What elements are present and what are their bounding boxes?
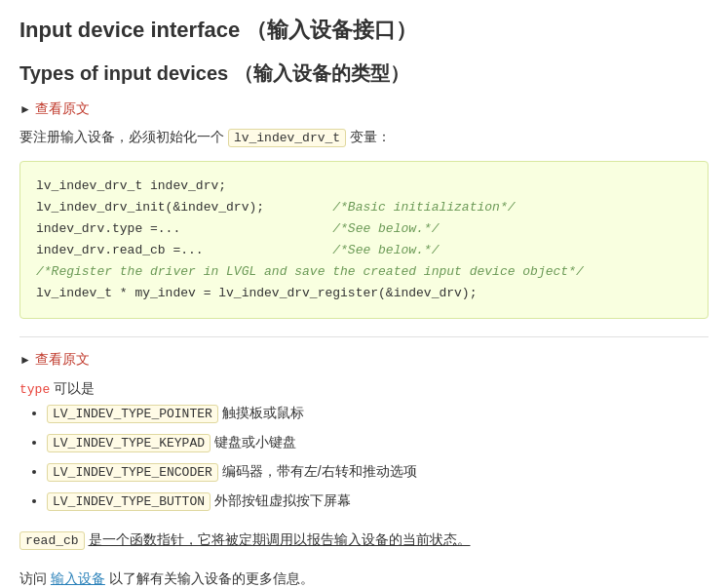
arrow-icon-2: ► bbox=[19, 353, 31, 367]
list-item-button: LV_INDEV_TYPE_BUTTON 外部按钮虚拟按下屏幕 bbox=[47, 490, 709, 513]
type-keypad-desc: 键盘或小键盘 bbox=[214, 434, 296, 450]
code-line-2: lv_indev_drv_init(&indev_drv); /*Basic i… bbox=[36, 197, 692, 218]
type-list: LV_INDEV_TYPE_POINTER 触摸板或鼠标 LV_INDEV_TY… bbox=[19, 402, 709, 513]
type-keyword: type bbox=[19, 382, 50, 397]
intro-paragraph: 要注册输入设备，必须初始化一个 lv_indev_drv_t 变量： bbox=[19, 126, 709, 149]
type-label: type 可以是 bbox=[19, 376, 709, 401]
footer-paragraph: 访问 输入设备 以了解有关输入设备的更多信息。 bbox=[19, 568, 709, 588]
list-item-encoder: LV_INDEV_TYPE_ENCODER 编码器，带有左/右转和推动选项 bbox=[47, 460, 709, 484]
view-original-link-1[interactable]: 查看原文 bbox=[35, 100, 90, 118]
read-cb-code: read_cb bbox=[19, 531, 85, 550]
code-line-1: lv_indev_drv_t indev_drv; bbox=[36, 176, 692, 197]
view-original-link-2[interactable]: 查看原文 bbox=[35, 351, 90, 369]
code-line-3: indev_drv.type =... /*See below.*/ bbox=[36, 218, 692, 240]
read-cb-section: read_cb 是一个函数指针，它将被定期调用以报告输入设备的当前状态。 bbox=[19, 529, 709, 552]
list-item-keypad: LV_INDEV_TYPE_KEYPAD 键盘或小键盘 bbox=[47, 431, 709, 454]
type-pointer-code: LV_INDEV_TYPE_POINTER bbox=[47, 405, 218, 423]
code-line-5: /*Register the driver in LVGL and save t… bbox=[36, 261, 692, 283]
type-keypad-code: LV_INDEV_TYPE_KEYPAD bbox=[47, 434, 211, 452]
type-button-desc: 外部按钮虚拟按下屏幕 bbox=[214, 492, 351, 508]
type-encoder-desc: 编码器，带有左/右转和推动选项 bbox=[222, 463, 417, 479]
divider-1 bbox=[19, 336, 709, 337]
arrow-icon: ► bbox=[19, 102, 31, 116]
code-block-1: lv_indev_drv_t indev_drv; lv_indev_drv_i… bbox=[19, 161, 709, 320]
footer-link[interactable]: 输入设备 bbox=[51, 570, 105, 586]
type-encoder-code: LV_INDEV_TYPE_ENCODER bbox=[47, 463, 218, 482]
view-original-2[interactable]: ► 查看原文 bbox=[19, 351, 709, 369]
view-original-1[interactable]: ► 查看原文 bbox=[19, 100, 709, 118]
code-line-4: indev_drv.read_cb =... /*See below.*/ bbox=[36, 240, 692, 261]
code-line-6: lv_indev_t * my_indev = lv_indev_drv_reg… bbox=[36, 283, 692, 304]
type-pointer-desc: 触摸板或鼠标 bbox=[222, 405, 304, 420]
list-item-pointer: LV_INDEV_TYPE_POINTER 触摸板或鼠标 bbox=[47, 402, 709, 425]
read-cb-underline: 是一个函数指针，它将被定期调用以报告输入设备的当前状态。 bbox=[89, 531, 471, 547]
page-subtitle: Types of input devices （输入设备的类型） bbox=[19, 60, 709, 87]
page-title: Input device interface （输入设备接口） bbox=[19, 16, 709, 45]
type-button-code: LV_INDEV_TYPE_BUTTON bbox=[47, 492, 211, 511]
intro-inline-code: lv_indev_drv_t bbox=[228, 129, 346, 147]
